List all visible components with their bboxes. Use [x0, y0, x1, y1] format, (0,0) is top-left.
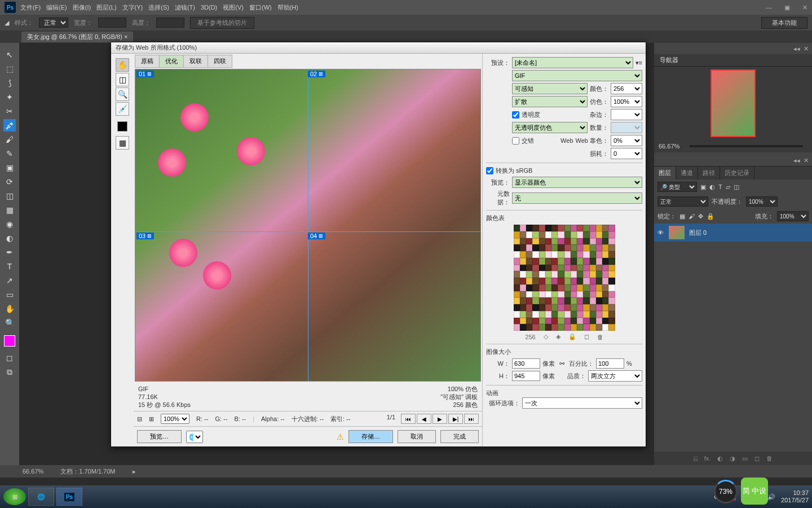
tab-history[interactable]: 历史记录 — [720, 167, 754, 179]
tab-4up[interactable]: 四联 — [208, 55, 232, 68]
zoom-icon[interactable]: 🔍 — [116, 87, 129, 101]
zoom-out-icon[interactable]: ⊟ — [137, 415, 142, 423]
menu-window[interactable]: 窗口(W) — [249, 3, 272, 12]
navigator-thumb[interactable] — [654, 67, 812, 140]
menu-image[interactable]: 图像(I) — [73, 3, 91, 12]
trash-icon[interactable]: 🗑 — [766, 455, 773, 462]
slice-01[interactable]: 01 ⊠ — [136, 71, 154, 77]
type-tool[interactable]: T — [3, 260, 16, 273]
pencil-tool[interactable]: ✎ — [3, 147, 16, 160]
link-icon[interactable]: ⍓ — [694, 455, 698, 462]
progress-badge[interactable]: 73% — [714, 480, 738, 503]
layer-kind-select[interactable]: 🔎 类型 — [657, 182, 697, 192]
ct-map-icon[interactable]: ◈ — [556, 333, 561, 340]
dodge-tool[interactable]: ◐ — [3, 232, 16, 244]
screenmode-icon[interactable]: ⧉ — [3, 366, 16, 378]
workspace-button[interactable]: 基本功能 — [761, 17, 807, 29]
brush-tool[interactable]: 🖌 — [3, 133, 16, 146]
taskbar-browser[interactable]: 🌐 — [28, 488, 54, 506]
format-select[interactable]: GIF — [512, 70, 642, 81]
menu-type[interactable]: 文字(Y) — [122, 3, 143, 12]
shape-tool[interactable]: ▭ — [3, 288, 16, 301]
lock-all-icon[interactable]: 🔒 — [707, 213, 714, 220]
preview-button[interactable]: 预览… — [137, 430, 182, 443]
ct-new-icon[interactable]: ◻ — [584, 333, 589, 340]
tray-clock[interactable]: 10:372017/5/27 — [781, 489, 809, 504]
maximize-icon[interactable]: ▣ — [784, 4, 790, 11]
preview-profile-select[interactable]: 显示器颜色 — [512, 177, 642, 188]
lossy-select[interactable]: 0 — [611, 148, 642, 159]
browser-select[interactable]: 🌐 — [186, 431, 203, 443]
slice-tool-icon[interactable]: ◢ — [5, 19, 9, 27]
move-tool[interactable]: ↖ — [3, 49, 16, 61]
crop-tool[interactable]: ✂ — [3, 105, 16, 117]
tab-original[interactable]: 原稿 — [135, 55, 160, 68]
pen-tool[interactable]: ✒ — [3, 246, 16, 259]
menu-select[interactable]: 选择(S) — [148, 3, 169, 12]
style-select[interactable]: 正常 — [39, 17, 68, 28]
width-input[interactable] — [98, 17, 126, 28]
status-zoom[interactable]: 66.67% — [23, 468, 43, 475]
nav-zoom-slider[interactable] — [690, 145, 803, 147]
history-brush-tool[interactable]: ⟳ — [3, 176, 16, 188]
quality-select[interactable]: 两次立方 — [588, 370, 642, 382]
tab-channels[interactable]: 通道 — [676, 167, 698, 179]
lock-pixels-icon[interactable]: ▦ — [679, 213, 685, 220]
folder-icon[interactable]: ▭ — [742, 455, 748, 462]
websnap-select[interactable]: 0% — [611, 135, 642, 146]
color-swatch[interactable] — [4, 335, 15, 347]
done-button[interactable]: 完成 — [440, 430, 479, 443]
first-frame-button[interactable]: ⏮ — [401, 414, 416, 424]
tray-sound-icon[interactable]: 🔊 — [767, 493, 775, 501]
fx-icon[interactable]: fx. — [704, 455, 711, 462]
start-button[interactable]: ⊞ — [3, 488, 26, 505]
slice-04[interactable]: 04 ⊠ — [308, 233, 325, 239]
panel2-collapse-icon[interactable]: ◂◂ — [793, 157, 800, 164]
layer-row[interactable]: 👁 图层 0 — [654, 224, 812, 242]
zoom-in-icon[interactable]: ⊞ — [149, 415, 154, 423]
ct-lock-icon[interactable]: 🔒 — [568, 333, 576, 340]
quickmask-icon[interactable]: ◻ — [3, 352, 16, 364]
trans-dither-select[interactable]: 无透明度仿色 — [512, 122, 588, 133]
stamp-tool[interactable]: ▣ — [3, 161, 16, 174]
slices-from-guides-button[interactable]: 基于参考线的切片 — [190, 17, 254, 29]
menu-file[interactable]: 文件(F) — [20, 3, 41, 12]
hand-tool[interactable]: ✋ — [3, 303, 16, 315]
lasso-tool[interactable]: ⟆ — [3, 77, 16, 89]
ct-snap-icon[interactable]: ◇ — [544, 333, 548, 340]
eraser-tool[interactable]: ◫ — [3, 190, 16, 202]
dither-algo-select[interactable]: 扩散 — [512, 96, 588, 107]
doc-tab[interactable]: 美女.jpg @ 66.7% (图层 0, RGB/8) × — [21, 32, 133, 42]
mask-icon[interactable]: ◐ — [717, 455, 723, 462]
meta-select[interactable]: 无 — [512, 192, 642, 204]
menu-layer[interactable]: 图层(L) — [96, 3, 116, 12]
minimize-icon[interactable]: — — [766, 4, 772, 11]
eyedropper-icon[interactable]: 💉 — [116, 102, 129, 116]
color-table[interactable] — [514, 225, 615, 331]
filter-adj-icon[interactable]: ◐ — [709, 183, 715, 191]
status-arrow-icon[interactable]: ▸ — [133, 468, 136, 475]
last-frame-button[interactable]: ⏭ — [464, 414, 479, 424]
colors-select[interactable]: 256 — [611, 83, 642, 94]
percent-field[interactable] — [596, 358, 624, 369]
srgb-check[interactable] — [486, 167, 493, 174]
preview-area[interactable]: 01 ⊠ 02 ⊠ 03 ⊠ 04 ⊠ — [135, 69, 481, 382]
dither-select[interactable]: 100% — [611, 96, 642, 107]
filter-img-icon[interactable]: ▣ — [700, 183, 706, 191]
visibility-icon[interactable]: 👁 — [657, 229, 669, 236]
zoom-select[interactable]: 100% — [161, 414, 189, 424]
filter-smart-icon[interactable]: ◫ — [734, 183, 739, 191]
wand-tool[interactable]: ✦ — [3, 91, 16, 103]
panel-collapse-icon[interactable]: ◂◂ — [793, 45, 800, 52]
app-badge[interactable]: 简 中设 — [741, 478, 768, 505]
adjust-icon[interactable]: ◑ — [730, 455, 735, 462]
opacity-select[interactable]: 100% — [746, 196, 778, 207]
filter-txt-icon[interactable]: T — [718, 183, 722, 190]
tab-2up[interactable]: 双联 — [183, 55, 208, 68]
link-wh-icon[interactable]: ⚯ — [559, 360, 564, 367]
menu-view[interactable]: 视图(V) — [223, 3, 244, 12]
lock-brush-icon[interactable]: 🖌 — [689, 213, 695, 220]
save-button[interactable]: 存储… — [348, 430, 393, 443]
height-field[interactable] — [512, 371, 540, 381]
tab-optimized[interactable]: 优化 — [159, 55, 184, 68]
